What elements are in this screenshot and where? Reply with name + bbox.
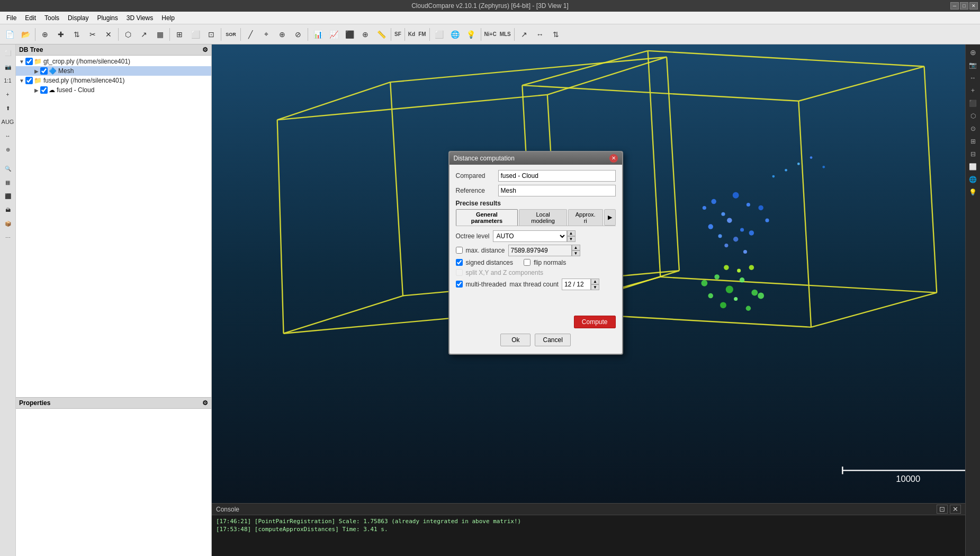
rvt-btn-3[interactable]: ↔ (967, 72, 979, 84)
chart-button[interactable]: 📊 (310, 27, 325, 42)
multi-threaded-checkbox[interactable] (456, 281, 463, 288)
vtb-btn-13[interactable]: 📦 (2, 217, 14, 230)
vtb-btn-4[interactable]: + (2, 88, 14, 101)
segment-button[interactable]: ✂ (85, 27, 100, 42)
tree-item-mesh[interactable]: ▶ 🔷 Mesh (16, 66, 211, 76)
render-button[interactable]: ⬜ (432, 27, 447, 42)
menu-plugins[interactable]: Plugins (93, 13, 122, 23)
vtb-btn-3[interactable]: 1:1 (2, 74, 14, 87)
3d-view[interactable]: 10000 X Y Distance computation (212, 44, 965, 503)
sample-button[interactable]: ⬡ (121, 27, 136, 42)
axis-button[interactable]: ⊕ (358, 27, 373, 42)
rvt-btn-4[interactable]: + (967, 85, 979, 96)
compare-button[interactable]: ⊡ (204, 27, 219, 42)
check-fused-ply[interactable] (25, 77, 33, 84)
signed-distances-checkbox[interactable] (456, 259, 463, 266)
reference-input[interactable] (498, 185, 616, 196)
sor-button[interactable]: SOR (223, 27, 238, 42)
menu-edit[interactable]: Edit (21, 13, 40, 23)
open-button[interactable]: 📂 (18, 27, 33, 42)
check-mesh[interactable] (40, 67, 48, 75)
menu-file[interactable]: File (2, 13, 21, 23)
maxdist-down-button[interactable]: ▼ (572, 250, 580, 256)
rvt-btn-2[interactable]: 📷 (967, 59, 979, 71)
menu-display[interactable]: Display (64, 13, 93, 23)
vtb-btn-7[interactable]: ↔ (2, 129, 14, 142)
maximize-button[interactable]: □ (960, 2, 968, 10)
max-distance-input[interactable] (508, 245, 572, 256)
tool8[interactable]: ⊘ (291, 27, 305, 42)
global-zoom-button[interactable]: ⊕ (38, 27, 52, 42)
thread-down-button[interactable]: ▼ (591, 284, 599, 290)
expand-gt-crop[interactable]: ▼ (18, 58, 25, 65)
vtb-btn-12[interactable]: 🏔 (2, 203, 14, 216)
octree-level-select[interactable]: AUTO (493, 230, 567, 242)
rvt-btn-9[interactable]: ⊟ (967, 148, 979, 160)
new-button[interactable]: 📄 (2, 27, 17, 42)
vtb-btn-9[interactable]: 🔍 (2, 162, 14, 175)
scalar-button[interactable]: ▦ (152, 27, 167, 42)
octree-down-button[interactable]: ▼ (567, 236, 576, 242)
vtb-btn-1[interactable]: ⬜ (2, 47, 14, 59)
console-dock-button[interactable]: ⊡ (937, 505, 948, 514)
rvt-btn-6[interactable]: ⬡ (967, 110, 979, 122)
check-fused-cloud[interactable] (40, 86, 48, 94)
db-tree-settings-icon[interactable]: ⚙ (202, 46, 208, 53)
tab-arrow[interactable]: ▶ (604, 209, 616, 226)
maxdist-up-button[interactable]: ▲ (572, 245, 580, 250)
thread-up-button[interactable]: ▲ (591, 279, 599, 284)
texture-button[interactable]: 🌐 (448, 27, 463, 42)
expand-fused-ply[interactable]: ▼ (18, 77, 25, 84)
console-close-button[interactable]: ✕ (950, 505, 961, 514)
rvt-btn-1[interactable]: ⊕ (967, 47, 979, 58)
clipping-button[interactable]: ⬜ (188, 27, 203, 42)
histogram-button[interactable]: 📈 (326, 27, 341, 42)
align-button[interactable]: ⊞ (172, 27, 187, 42)
rvt-btn-7[interactable]: ⊙ (967, 123, 979, 134)
vtb-btn-8[interactable]: ⊕ (2, 143, 14, 156)
tab-local-modeling[interactable]: Local modeling (519, 209, 567, 226)
rvt-btn-12[interactable]: 💡 (967, 186, 979, 198)
rvt-btn-10[interactable]: ⬜ (967, 161, 979, 173)
ok-button[interactable]: Ok (500, 334, 531, 346)
ruler-button[interactable]: 📏 (374, 27, 389, 42)
pick-button[interactable]: ✚ (53, 27, 68, 42)
thread-count-value[interactable] (562, 279, 591, 290)
properties-settings-icon[interactable]: ⚙ (202, 399, 208, 407)
vtb-btn-11[interactable]: ⬛ (2, 190, 14, 202)
vtb-btn-extra[interactable]: ⋯ (2, 231, 14, 244)
tree-item-gt-crop[interactable]: ▼ 📁 gt_crop.ply (/home/silence401) (16, 57, 211, 66)
translate-rotate-button[interactable]: ⇅ (69, 27, 84, 42)
compared-input[interactable] (498, 170, 616, 182)
dialog-close-button[interactable]: ✕ (609, 154, 618, 163)
tool7[interactable]: ⊕ (275, 27, 290, 42)
cancel-button[interactable]: Cancel (535, 334, 570, 346)
flip-normals-checkbox[interactable] (524, 259, 531, 266)
tool5[interactable]: ╱ (243, 27, 258, 42)
normals-button[interactable]: ↗ (137, 27, 151, 42)
vtb-btn-5[interactable]: ⬆ (2, 102, 14, 114)
check-gt-crop[interactable] (25, 58, 33, 65)
minimize-button[interactable]: ─ (950, 2, 959, 10)
rvt-btn-11[interactable]: 🌐 (967, 174, 979, 185)
vtb-btn-2[interactable]: 📷 (2, 60, 14, 73)
tool-c[interactable]: ⇅ (549, 27, 563, 42)
tool-b[interactable]: ↔ (533, 27, 547, 42)
tab-general-params[interactable]: General parameters (456, 209, 518, 226)
scatter-button[interactable]: ⬛ (342, 27, 357, 42)
octree-up-button[interactable]: ▲ (567, 230, 576, 236)
menu-tools[interactable]: Tools (40, 13, 64, 23)
rvt-btn-8[interactable]: ⊞ (967, 136, 979, 147)
tab-approx-ri[interactable]: Approx. ri (568, 209, 603, 226)
tree-item-fused-ply[interactable]: ▼ 📁 fused.ply (/home/silence401) (16, 76, 211, 85)
expand-mesh[interactable]: ▶ (33, 67, 40, 75)
max-distance-checkbox[interactable] (456, 247, 463, 254)
menu-help[interactable]: Help (157, 13, 179, 23)
tool-a[interactable]: ↗ (517, 27, 532, 42)
delete-button[interactable]: ✕ (101, 27, 116, 42)
tree-item-fused-cloud[interactable]: ▶ ☁ fused - Cloud (16, 85, 211, 95)
rvt-btn-5[interactable]: ⬛ (967, 97, 979, 109)
menu-3dviews[interactable]: 3D Views (122, 13, 157, 23)
tool6[interactable]: ⌖ (259, 27, 274, 42)
light-button[interactable]: 💡 (464, 27, 479, 42)
